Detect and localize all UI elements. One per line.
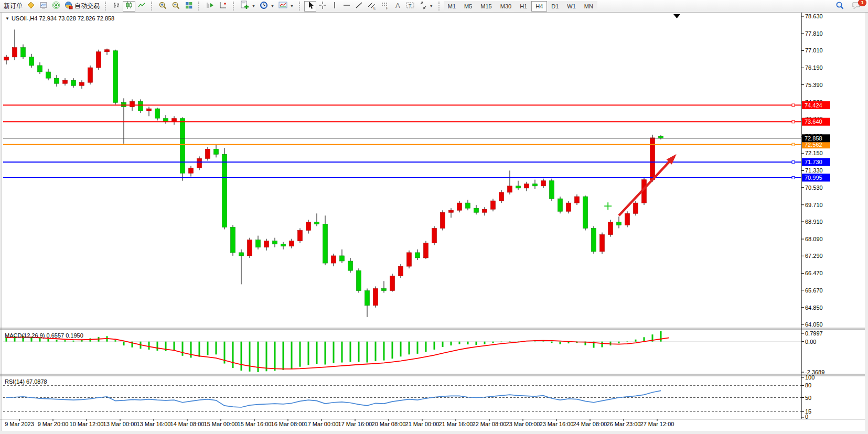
line-handle[interactable] xyxy=(792,104,795,106)
candle-body xyxy=(46,72,51,78)
zoom-in-icon xyxy=(158,1,167,12)
chevron-down-icon[interactable]: ▼ xyxy=(430,4,433,8)
toolbar-separator xyxy=(233,2,235,10)
rsi-tick-label: 100 xyxy=(805,374,815,381)
indicators-button[interactable]: ▼ xyxy=(238,1,258,12)
candle-body xyxy=(105,50,110,52)
fibonacci-button[interactable]: F xyxy=(379,1,392,12)
new-order-button[interactable]: 新订单 xyxy=(2,1,25,12)
timeframe-mn[interactable]: MN xyxy=(580,1,597,12)
new-order-label: 新订单 xyxy=(4,2,23,10)
periods-button[interactable]: ▼ xyxy=(258,1,276,12)
timeframe-h4[interactable]: H4 xyxy=(531,1,547,12)
new-chart-button[interactable] xyxy=(37,1,50,12)
candle-body xyxy=(222,154,227,227)
price-tick-label: 66.470 xyxy=(805,270,823,276)
templates-button[interactable]: ▼ xyxy=(276,1,296,12)
candle-body xyxy=(231,227,235,252)
current-price-badge: 72.858 xyxy=(805,135,822,142)
timeframe-h1[interactable]: H1 xyxy=(516,1,531,12)
candle-body xyxy=(206,149,210,158)
candle-body xyxy=(373,288,378,305)
price-tick-label: 68.910 xyxy=(805,219,823,225)
notification-badge[interactable]: 1 xyxy=(858,0,866,6)
candle-body xyxy=(264,241,269,247)
cursor-button[interactable] xyxy=(304,1,316,12)
zoom-in-button[interactable] xyxy=(156,1,169,12)
line-handle[interactable] xyxy=(792,161,795,164)
candle-body xyxy=(214,149,219,154)
timeframe-m1[interactable]: M1 xyxy=(444,1,460,12)
price-tick-label: 69.710 xyxy=(805,202,823,208)
toolbar-separator xyxy=(151,2,154,10)
autotrading-button[interactable]: 自动交易 xyxy=(62,1,102,12)
time-tick-label: 20 Mar 08:00 xyxy=(372,421,406,427)
chart-dropdown-icon[interactable]: ▼ xyxy=(5,16,9,21)
timeframe-m30[interactable]: M30 xyxy=(496,1,516,12)
candlestick-chart-button[interactable] xyxy=(123,1,135,12)
window-bottom-border xyxy=(0,431,868,434)
timeframe-m5[interactable]: M5 xyxy=(460,1,476,12)
radar-icon xyxy=(52,1,60,11)
chart-canvas[interactable]: 78.63077.81077.01076.19075.39074.57073.7… xyxy=(0,0,868,434)
cursor-icon xyxy=(306,1,314,11)
search-button[interactable] xyxy=(833,1,846,12)
candle-body xyxy=(659,136,663,138)
signals-button[interactable] xyxy=(50,1,62,12)
candle-body xyxy=(164,118,168,122)
auto-scroll-button[interactable] xyxy=(203,1,217,12)
timeframe-d1[interactable]: D1 xyxy=(547,1,563,12)
candle-body xyxy=(63,80,68,83)
candle-body xyxy=(138,102,143,111)
time-tick-label: 10 Mar 12:00 xyxy=(70,421,104,427)
price-tick-label: 64.050 xyxy=(805,321,823,328)
crosshair-button[interactable] xyxy=(316,1,329,12)
zoom-out-button[interactable] xyxy=(169,1,183,12)
toolbar-separator xyxy=(299,2,302,10)
trendline-icon xyxy=(355,1,363,11)
chevron-down-icon[interactable]: ▼ xyxy=(271,4,274,8)
price-tick-label: 64.850 xyxy=(805,305,823,311)
candle-body xyxy=(558,199,563,211)
line-handle[interactable] xyxy=(792,121,795,123)
profile-button[interactable] xyxy=(25,1,37,12)
price-tick-label: 78.630 xyxy=(805,13,823,19)
candle-body xyxy=(399,266,403,276)
horizontal-line-button[interactable] xyxy=(340,1,353,12)
time-tick-label: 9 Mar 20:00 xyxy=(38,421,69,427)
chevron-down-icon[interactable]: ▼ xyxy=(252,4,255,8)
time-tick-label: 15 Mar 00:00 xyxy=(204,421,238,427)
time-tick-label: 23 Mar 00:00 xyxy=(506,421,540,427)
candle-body xyxy=(524,184,529,188)
line-price-badge: 72.562 xyxy=(805,142,822,148)
candle-body xyxy=(457,203,462,210)
line-handle[interactable] xyxy=(792,143,795,146)
line-chart-button[interactable] xyxy=(135,1,148,12)
timeframe-w1[interactable]: W1 xyxy=(563,1,580,12)
time-tick-label: 13 Mar 16:00 xyxy=(137,421,171,427)
chart-shift-icon xyxy=(219,1,228,11)
text-label-button[interactable]: T xyxy=(403,1,417,12)
candle-body xyxy=(608,222,613,234)
time-tick-label: 21 Mar 16:00 xyxy=(439,421,473,427)
vertical-line-button[interactable] xyxy=(329,1,340,12)
trendline-button[interactable] xyxy=(353,1,366,12)
text-label-icon: T xyxy=(405,1,415,11)
price-tick-label: 72.150 xyxy=(805,150,823,156)
equidistant-channel-button[interactable]: E xyxy=(366,1,379,12)
rsi-tick-label: 50 xyxy=(805,395,811,401)
text-button[interactable]: A xyxy=(392,1,403,12)
line-handle[interactable] xyxy=(792,176,795,179)
chart-shift-button[interactable] xyxy=(217,1,230,12)
time-tick-label: 14 Mar 08:00 xyxy=(170,421,205,427)
tile-windows-button[interactable] xyxy=(183,1,195,12)
timeframe-m15[interactable]: M15 xyxy=(476,1,496,12)
candle-body xyxy=(189,168,194,173)
chevron-down-icon[interactable]: ▼ xyxy=(290,4,294,8)
candle-body xyxy=(97,52,101,68)
arrows-button[interactable]: ▼ xyxy=(417,1,435,12)
candle-body xyxy=(172,118,177,122)
bar-chart-button[interactable] xyxy=(110,1,123,12)
price-tick-label: 68.090 xyxy=(805,236,823,242)
rsi-tick-label: 0 xyxy=(805,414,808,420)
